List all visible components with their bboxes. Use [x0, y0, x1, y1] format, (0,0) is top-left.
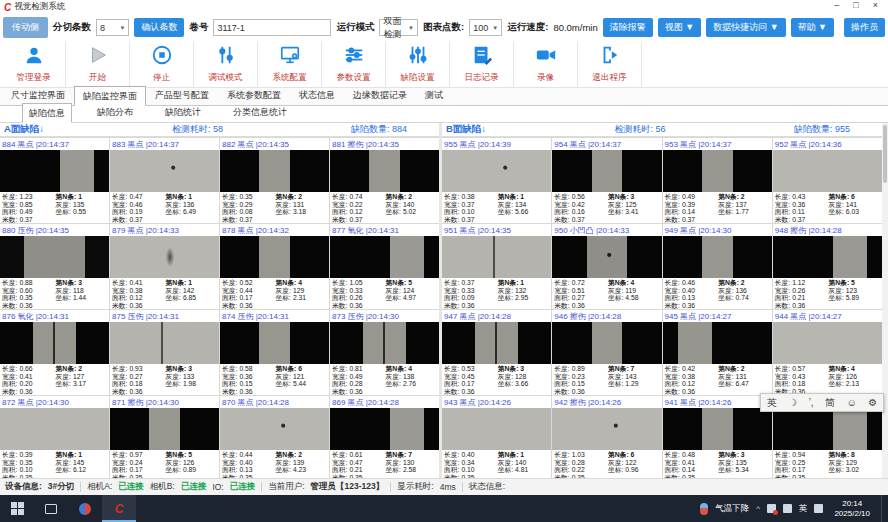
minimize-button[interactable]: –	[834, 0, 839, 10]
stop-button[interactable]: 停止	[130, 41, 194, 87]
subtab-defect-statistics[interactable]: 缺陷统计	[158, 102, 208, 122]
defect-image[interactable]	[330, 150, 439, 192]
ime-emoji-icon[interactable]: ☺	[847, 397, 857, 408]
defect-cell[interactable]: 948 擦伤 |20:14:28 长度: 1.12 宽度: 0.26 面积: 0…	[773, 224, 882, 309]
defect-cell[interactable]: 881 擦伤 |20:14:35 长度: 0.74 宽度: 0.22 面积: 0…	[330, 138, 439, 223]
defect-image[interactable]	[552, 150, 661, 192]
subtab-defect-distribution[interactable]: 缺陷分布	[90, 102, 140, 122]
defect-image[interactable]	[220, 322, 329, 364]
defect-image[interactable]	[663, 322, 772, 364]
defect-cell[interactable]: 951 黑点 |20:14:35 长度: 0.37 宽度: 0.33 面积: 0…	[442, 224, 551, 309]
panel-b-title[interactable]: B面缺陷↓	[446, 123, 486, 136]
subtab-classification-stats[interactable]: 分类信息统计	[226, 102, 294, 122]
panel-a-title[interactable]: A面缺陷↓	[4, 123, 44, 136]
defect-cell[interactable]: 947 黑点 |20:14:28 长度: 0.53 宽度: 0.45 面积: 0…	[442, 310, 551, 395]
scrollbar-thumb[interactable]	[883, 125, 887, 183]
tray-expand-caret[interactable]: ^	[756, 504, 760, 513]
keyboard-icon[interactable]	[814, 504, 823, 513]
tab-size-monitor[interactable]: 尺寸监控界面	[2, 85, 74, 105]
ime-halfwidth-icon[interactable]: ☽	[788, 397, 797, 408]
slit-count-select[interactable]: 8▼	[96, 19, 129, 36]
defect-cell[interactable]: 872 黑点 |20:14:30 长度: 0.39 宽度: 0.35 面积: 0…	[0, 396, 109, 478]
defect-cell[interactable]: 950 小凹凸 |20:14:33 长度: 0.72 宽度: 0.51 面积: …	[552, 224, 661, 309]
weather-text[interactable]: 气温下降	[715, 503, 749, 515]
defect-image[interactable]	[110, 150, 219, 192]
defect-cell[interactable]: 871 擦伤 |20:14:30 长度: 0.97 宽度: 0.24 面积: 0…	[110, 396, 219, 478]
defect-cell[interactable]: 943 黑点 |20:14:26 长度: 0.40 宽度: 0.34 面积: 0…	[442, 396, 551, 478]
defect-image[interactable]	[663, 150, 772, 192]
show-desktop-button[interactable]	[881, 495, 886, 522]
defect-image[interactable]	[442, 322, 551, 364]
close-button[interactable]: ×	[873, 0, 878, 10]
parameter-settings-button[interactable]: 参数设置	[322, 41, 386, 87]
defect-cell[interactable]: 945 黑点 |20:14:27 长度: 0.42 宽度: 0.38 面积: 0…	[663, 310, 772, 395]
defect-cell[interactable]: 944 黑点 |20:14:27 长度: 0.57 宽度: 0.43 面积: 0…	[773, 310, 882, 395]
defect-image[interactable]	[110, 236, 219, 278]
help-menu-button[interactable]: 帮助 ▼	[791, 18, 834, 37]
defect-image[interactable]	[773, 322, 882, 364]
input-language-indicator[interactable]: 英	[799, 503, 808, 515]
defect-cell[interactable]: 941 黑点 |20:14:26 长度: 0.48 宽度: 0.41 面积: 0…	[663, 396, 772, 478]
defect-cell[interactable]: 882 黑点 |20:14:35 长度: 0.35 宽度: 0.29 面积: 0…	[220, 138, 329, 223]
confirm-count-button[interactable]: 确认条数	[134, 18, 184, 37]
defect-image[interactable]	[442, 150, 551, 192]
maximize-button[interactable]: □	[853, 0, 858, 10]
defect-cell[interactable]: 946 擦伤 |20:14:28 长度: 0.89 宽度: 0.23 面积: 0…	[552, 310, 661, 395]
defect-cell[interactable]: 877 氧化 |20:14:31 长度: 1.05 宽度: 0.33 面积: 0…	[330, 224, 439, 309]
defect-image[interactable]	[330, 408, 439, 450]
ime-simplified-toggle[interactable]: 简	[825, 396, 835, 410]
defect-image[interactable]	[220, 408, 329, 450]
defect-image[interactable]	[773, 236, 882, 278]
ime-punctuation-icon[interactable]: ’,	[809, 397, 814, 408]
defect-cell[interactable]: 876 氧化 |20:14:31 长度: 0.66 宽度: 0.41 面积: 0…	[0, 310, 109, 395]
roll-number-input[interactable]	[213, 19, 331, 36]
defect-cell[interactable]: 942 擦伤 |20:14:26 长度: 1.03 宽度: 0.28 面积: 0…	[552, 396, 661, 478]
defect-image[interactable]	[0, 236, 109, 278]
debug-mode-button[interactable]: 调试模式	[194, 41, 258, 87]
defect-image[interactable]	[0, 150, 109, 192]
subtab-defect-info[interactable]: 缺陷信息	[22, 103, 72, 123]
defect-cell[interactable]: 879 黑点 |20:14:33 长度: 0.41 宽度: 0.38 面积: 0…	[110, 224, 219, 309]
run-mode-select[interactable]: 双面检测▼	[379, 19, 418, 36]
defect-cell[interactable]: 873 压伤 |20:14:30 长度: 0.81 宽度: 0.49 面积: 0…	[330, 310, 439, 395]
defect-cell[interactable]: 952 黑点 |20:14:36 长度: 0.43 宽度: 0.36 面积: 0…	[773, 138, 882, 223]
clear-alarm-button[interactable]: 清除报警	[603, 18, 653, 37]
start-button[interactable]: 开始	[66, 41, 130, 87]
drive-side-button[interactable]: 传动侧	[3, 17, 48, 38]
defect-cell[interactable]: 880 压伤 |20:14:35 长度: 0.88 宽度: 0.60 面积: 0…	[0, 224, 109, 309]
ime-lang-toggle[interactable]: 英	[767, 396, 777, 410]
taskbar-clock[interactable]: 20:14 2025/2/10	[830, 499, 874, 519]
defect-image[interactable]	[330, 236, 439, 278]
defect-image[interactable]	[220, 150, 329, 192]
vertical-scrollbar[interactable]	[882, 123, 888, 478]
defect-cell[interactable]: 874 压伤 |20:14:31 长度: 0.58 宽度: 0.36 面积: 0…	[220, 310, 329, 395]
log-record-button[interactable]: 日志记录	[450, 41, 514, 87]
defect-image[interactable]	[442, 236, 551, 278]
tab-edge-data-record[interactable]: 边缘数据记录	[344, 85, 416, 105]
record-video-button[interactable]: 录像	[514, 41, 578, 87]
defect-cell[interactable]: 878 黑点 |20:14:32 长度: 0.52 宽度: 0.44 面积: 0…	[220, 224, 329, 309]
defect-image[interactable]	[773, 150, 882, 192]
defect-image[interactable]	[663, 408, 772, 450]
defect-image[interactable]	[552, 408, 661, 450]
data-quick-access-button[interactable]: 数据快捷访问 ▼	[706, 18, 785, 37]
admin-login-button[interactable]: 管理登录	[2, 41, 66, 87]
tab-status-info[interactable]: 状态信息	[290, 85, 344, 105]
defect-image[interactable]	[330, 322, 439, 364]
ime-settings-icon[interactable]: ⚙	[868, 397, 877, 408]
defect-cell[interactable]: 883 黑点 |20:14:37 长度: 0.47 宽度: 0.46 面积: 0…	[110, 138, 219, 223]
defect-image[interactable]	[552, 322, 661, 364]
defect-image[interactable]	[442, 408, 551, 450]
system-config-button[interactable]: 系统配置	[258, 41, 322, 87]
defect-cell[interactable]: 875 压伤 |20:14:31 长度: 0.93 宽度: 0.27 面积: 0…	[110, 310, 219, 395]
defect-cell[interactable]: 884 黑点 |20:14:37 长度: 1.23 宽度: 0.85 面积: 0…	[0, 138, 109, 223]
defect-cell[interactable]: 870 黑点 |20:14:28 长度: 0.44 宽度: 0.40 面积: 0…	[220, 396, 329, 478]
defect-cell[interactable]: 869 黑点 |20:14:28 长度: 0.61 宽度: 0.47 面积: 0…	[330, 396, 439, 478]
tray-notification-icon[interactable]	[767, 504, 776, 513]
defect-cell[interactable]: 954 黑点 |20:14:37 长度: 0.56 宽度: 0.42 面积: 0…	[552, 138, 661, 223]
defect-image[interactable]	[552, 236, 661, 278]
defect-image[interactable]	[110, 322, 219, 364]
operator-button[interactable]: 操作员	[844, 18, 885, 37]
defect-image[interactable]	[0, 408, 109, 450]
task-view-button[interactable]	[34, 495, 68, 522]
